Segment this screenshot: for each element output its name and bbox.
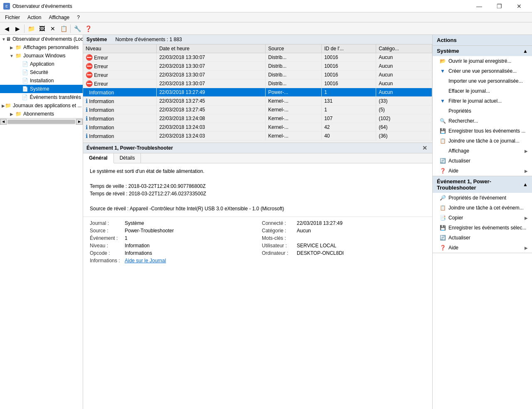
cell-id: 131	[322, 97, 376, 106]
tree-item-installation[interactable]: 📄 Installation	[0, 76, 83, 85]
tree-application-label: Application	[30, 61, 54, 67]
col-cat[interactable]: Catégo...	[376, 44, 432, 53]
filter-button[interactable]: 📋	[59, 24, 69, 34]
minimize-button[interactable]: —	[470, 2, 489, 11]
meta-source-label: Source :	[90, 228, 123, 234]
new-view-button[interactable]: 🖼	[37, 24, 47, 34]
action-proprietes[interactable]: Propriétés	[433, 106, 532, 116]
meta-niveau: Niveau : Information	[90, 243, 254, 249]
tab-general[interactable]: Général	[83, 153, 114, 163]
help-button[interactable]: ❓	[83, 24, 93, 34]
menu-action[interactable]: Action	[24, 14, 44, 21]
actions-event-header[interactable]: Événement 1, Power-Troubleshooter ▲	[433, 176, 532, 193]
col-source[interactable]: Source	[266, 44, 322, 53]
tree-hscroll[interactable]: ◀ ▶	[0, 118, 83, 125]
table-row[interactable]: ℹ Information 22/03/2018 13:24:03 Kernel…	[83, 123, 432, 132]
menu-bar: Fichier Action Affichage ?	[0, 12, 532, 22]
action-ouvrir-journal[interactable]: 📂 Ouvrir le journal enregistré...	[433, 56, 532, 66]
tree-item-journaux[interactable]: ▼ 📁 Journaux Windows	[0, 52, 83, 60]
action-copier-label: Copier	[448, 215, 463, 221]
tree-item-systeme[interactable]: 📄 Système	[0, 85, 83, 93]
table-row[interactable]: ℹ Information 22/03/2018 13:24:03 Kernel…	[83, 132, 432, 140]
tree-item-application[interactable]: 📄 Application	[0, 60, 83, 68]
col-niveau[interactable]: Niveau	[83, 44, 157, 53]
actions-systeme-header[interactable]: Système ▲	[433, 46, 532, 56]
action-joindre-tache[interactable]: 📋 Joindre une tâche à ce journal...	[433, 136, 532, 146]
action-actualiser[interactable]: 🔄 Actualiser	[433, 156, 532, 166]
menu-fichier[interactable]: Fichier	[2, 14, 23, 21]
clear-button[interactable]: ✕	[48, 24, 58, 34]
meta-connecte-value: 22/03/2018 13:27:49	[297, 220, 342, 226]
action-rechercher[interactable]: 🔍 Rechercher...	[433, 116, 532, 126]
tree-item-apps[interactable]: ▶ 📁 Journaux des applications et ...	[0, 101, 83, 110]
refresh-icon: 🔄	[439, 158, 446, 164]
meta-connecte-label: Connecté :	[262, 220, 295, 226]
cell-date: 22/03/2018 13:30:07	[157, 79, 266, 88]
tree-root[interactable]: ▼ 🖥 Observateur d'événements (Loc...	[0, 35, 83, 43]
tree-expand-abonnements: ▶	[8, 112, 15, 116]
table-row[interactable]: ⛔ Erreur 22/03/2018 13:30:07 Distrib... …	[83, 62, 432, 71]
table-row[interactable]: ℹ Information 22/03/2018 13:27:45 Kernel…	[83, 106, 432, 114]
event-props-icon: 🔎	[439, 195, 446, 201]
meta-informations-link[interactable]: Aide sur le Journal	[125, 258, 166, 264]
open-folder-button[interactable]: 📁	[26, 24, 36, 34]
forward-button[interactable]: ▶	[12, 24, 22, 34]
table-row[interactable]: ⛔ Erreur 22/03/2018 13:30:07 Distrib... …	[83, 79, 432, 88]
actions-event-items: 🔎 Propriétés de l'événement 📋 Joindre un…	[433, 193, 532, 253]
event-list-count: Nombre d'événements : 1 883	[115, 37, 182, 42]
action-enregistrer-tous[interactable]: 💾 Enregistrer tous les événements ...	[433, 126, 532, 136]
back-button[interactable]: ◀	[2, 24, 12, 34]
col-id[interactable]: ID de l'...	[322, 44, 376, 53]
tree-item-securite[interactable]: 📄 Sécurité	[0, 68, 83, 76]
menu-help[interactable]: ?	[74, 14, 83, 21]
tree-scroll-right[interactable]: ▶	[76, 119, 83, 125]
cell-id: 10016	[322, 79, 376, 88]
action-importer-vue[interactable]: Importer une vue personnalisée...	[433, 76, 532, 86]
tree-item-transferes[interactable]: 📄 Événements transférés	[0, 93, 83, 101]
action-enregistrer-selec[interactable]: 💾 Enregistrer les événements sélec...	[433, 223, 532, 233]
action-aide-label: Aide	[448, 168, 458, 174]
meta-opcode-value: Informations	[125, 250, 152, 256]
properties-button[interactable]: 🔧	[72, 24, 82, 34]
table-row[interactable]: ⛔ Erreur 22/03/2018 13:30:07 Distrib... …	[83, 53, 432, 62]
joindre-event-icon: 📋	[439, 204, 446, 211]
action-creer-vue[interactable]: ▼ Créer une vue personnalisée...	[433, 66, 532, 76]
action-aide[interactable]: ❓ Aide ▶	[433, 166, 532, 176]
action-copier[interactable]: 📑 Copier ▶	[433, 213, 532, 223]
action-effacer-journal[interactable]: Effacer le journal...	[433, 86, 532, 96]
meta-opcode: Opcode : Informations	[90, 250, 254, 256]
action-joindre-event[interactable]: 📋 Joindre une tâche à cet événem...	[433, 203, 532, 213]
close-button[interactable]: ✕	[510, 2, 529, 11]
detail-close-button[interactable]: ✕	[421, 145, 429, 151]
action-aide-event[interactable]: ❓ Aide ▶	[433, 243, 532, 253]
table-row[interactable]: ℹ Information 22/03/2018 13:27:45 Kernel…	[83, 97, 432, 106]
table-row[interactable]: ℹ Information 22/03/2018 13:27:49 Power-…	[83, 88, 432, 97]
clear-icon	[439, 88, 446, 94]
cell-id: 10016	[322, 53, 376, 62]
maximize-button[interactable]: ❐	[490, 2, 509, 11]
meta-connecte: Connecté : 22/03/2018 13:27:49	[262, 220, 426, 226]
action-actualiser-event[interactable]: 🔄 Actualiser	[433, 233, 532, 243]
action-affichage[interactable]: Affichage ▶	[433, 146, 532, 156]
cell-id: 107	[322, 114, 376, 123]
action-filtrer[interactable]: ▼ Filtrer le journal actuel...	[433, 96, 532, 106]
tree-journaux-icon: 📁	[15, 52, 22, 59]
table-row[interactable]: ℹ Information 22/03/2018 13:24:08 Kernel…	[83, 114, 432, 123]
tree-item-affichages[interactable]: ▶ 📁 Affichages personnalisés	[0, 43, 83, 52]
cell-date: 22/03/2018 13:24:08	[157, 114, 266, 123]
cell-id: 10016	[322, 71, 376, 79]
table-row[interactable]: ⛔ Erreur 22/03/2018 13:30:07 Distrib... …	[83, 71, 432, 79]
joindre-icon: 📋	[439, 138, 446, 144]
cell-cat: (33)	[376, 97, 432, 106]
tab-details[interactable]: Détails	[114, 153, 141, 163]
event-table-container[interactable]: Niveau Date et heure Source ID de l'... …	[83, 44, 432, 143]
tree-scroll-left[interactable]: ◀	[0, 119, 7, 125]
info-icon: ℹ	[86, 124, 88, 131]
wake-source-text: Source de réveil : Appareil -Contrôleur …	[90, 205, 426, 212]
tree-item-abonnements[interactable]: ▶ 📁 Abonnements	[0, 110, 83, 118]
action-props-event[interactable]: 🔎 Propriétés de l'événement	[433, 193, 532, 203]
col-date[interactable]: Date et heure	[157, 44, 266, 53]
menu-affichage[interactable]: Affichage	[45, 14, 73, 21]
cell-date: 22/03/2018 13:24:03	[157, 132, 266, 140]
action-creer-vue-label: Créer une vue personnalisée...	[448, 68, 517, 74]
